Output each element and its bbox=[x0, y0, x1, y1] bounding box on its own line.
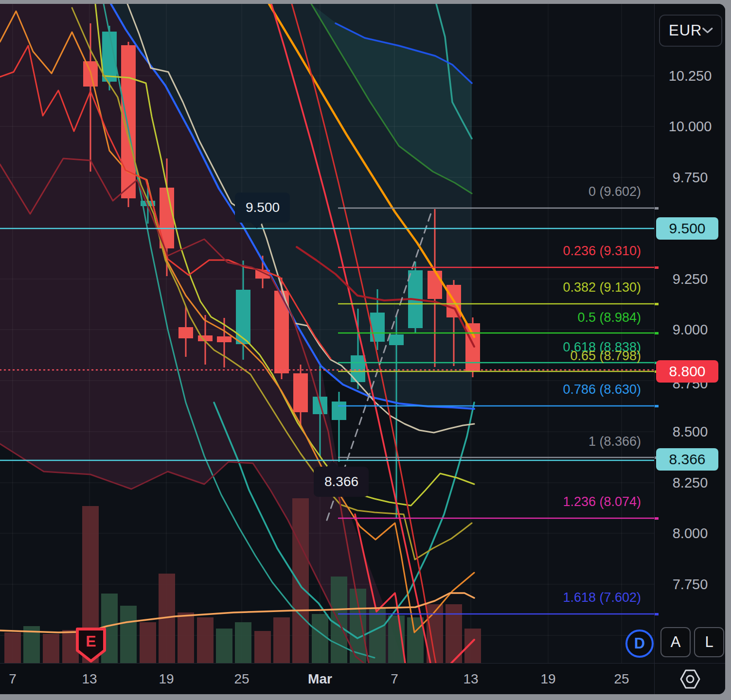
auto-scale-button[interactable]: A bbox=[660, 627, 691, 657]
candle-body bbox=[332, 402, 346, 420]
fib-axis-tick bbox=[655, 405, 659, 407]
volume-bar bbox=[120, 606, 137, 663]
log-scale-button[interactable]: L bbox=[694, 627, 724, 657]
earnings-badge[interactable]: E bbox=[73, 625, 109, 666]
earnings-letter: E bbox=[86, 632, 96, 650]
auto-scale-label: A bbox=[671, 633, 681, 651]
time-axis-label: 25 bbox=[614, 671, 629, 687]
currency-label: EUR bbox=[669, 22, 702, 39]
candle-body bbox=[178, 327, 193, 338]
time-axis-label: 19 bbox=[540, 671, 555, 687]
interval-button[interactable]: D bbox=[625, 630, 654, 658]
fib-level-label: 0.5 (8.984) bbox=[577, 310, 641, 325]
price-axis-label: 8.500 bbox=[655, 424, 725, 440]
volume-bar bbox=[140, 622, 156, 663]
volume-bar bbox=[331, 577, 347, 663]
time-axis-label: 13 bbox=[463, 671, 478, 687]
candle-body bbox=[428, 271, 442, 299]
time-axis-label: 7 bbox=[9, 671, 17, 687]
price-label-tooltip-9500: 9.500 bbox=[235, 192, 290, 223]
fib-axis-tick bbox=[655, 517, 659, 520]
volume-bar bbox=[254, 631, 271, 663]
fib-level-label: 0.236 (9.310) bbox=[563, 244, 641, 258]
fib-axis-tick bbox=[655, 303, 659, 305]
price-axis-badge: 8.366 bbox=[656, 448, 718, 471]
candle-body bbox=[465, 323, 480, 371]
currency-selector-button[interactable]: EUR bbox=[659, 15, 722, 47]
fib-axis-tick bbox=[655, 266, 659, 269]
price-axis-label: 9.250 bbox=[655, 271, 725, 287]
interval-label: D bbox=[634, 635, 645, 652]
volume-bar bbox=[235, 622, 251, 663]
time-axis-label: 19 bbox=[159, 671, 174, 687]
time-axis-label: 13 bbox=[82, 671, 97, 687]
tooltip-text: 9.500 bbox=[246, 200, 280, 215]
volume-bar bbox=[292, 498, 309, 663]
price-axis[interactable]: EUR A L 10.25010.0009.7509.2509.0008.750… bbox=[654, 4, 725, 663]
volume-bar bbox=[4, 632, 21, 663]
window-frame: 0 (9.602)0.236 (9.310)0.382 (9.130)0.5 (… bbox=[0, 0, 731, 700]
price-axis-label: 7.750 bbox=[655, 577, 725, 593]
price-axis-label: 10.000 bbox=[655, 119, 725, 135]
price-axis-badge: 8.800 bbox=[656, 360, 718, 383]
candle-body bbox=[293, 373, 308, 412]
time-axis-label: 25 bbox=[234, 671, 249, 687]
axis-corner bbox=[654, 663, 725, 694]
price-chart[interactable]: 0 (9.602)0.236 (9.310)0.382 (9.130)0.5 (… bbox=[0, 4, 654, 663]
candle-body bbox=[389, 334, 404, 345]
volume-bar bbox=[43, 634, 59, 663]
price-axis-label: 10.250 bbox=[655, 68, 725, 84]
time-axis-label: Mar bbox=[308, 671, 332, 687]
fib-level-label: 0.65 (8.798) bbox=[570, 349, 641, 363]
chevron-down-icon bbox=[702, 27, 713, 35]
fib-axis-tick bbox=[655, 332, 659, 334]
fib-axis-tick bbox=[655, 613, 659, 615]
volume-bar bbox=[197, 617, 214, 663]
candle-body bbox=[121, 45, 136, 198]
fib-axis-tick bbox=[655, 207, 659, 210]
volume-bar bbox=[178, 612, 194, 663]
fib-level-label: 1.618 (7.602) bbox=[563, 590, 641, 605]
tooltip-text: 8.366 bbox=[324, 474, 358, 490]
volume-bar bbox=[216, 629, 232, 663]
price-axis-label: 8.000 bbox=[655, 525, 725, 542]
candle-body bbox=[370, 313, 385, 342]
volume-bar bbox=[273, 617, 290, 663]
price-axis-label: 9.750 bbox=[655, 170, 725, 186]
price-label-tooltip-8366: 8.366 bbox=[314, 467, 369, 497]
hexagon-settings-icon[interactable] bbox=[678, 668, 702, 690]
time-axis-label: 7 bbox=[391, 671, 398, 687]
time-axis[interactable]: 7131925Mar7131925 bbox=[0, 663, 654, 694]
fib-level-label: 0.382 (9.130) bbox=[563, 280, 641, 295]
volume-bar bbox=[407, 617, 424, 663]
volume-bar bbox=[312, 614, 328, 663]
candle-body bbox=[236, 290, 250, 344]
candle-body bbox=[217, 336, 232, 342]
fib-level-label: 1 (8.366) bbox=[588, 434, 641, 449]
price-axis-badge: 9.500 bbox=[656, 217, 718, 240]
fib-level-label: 0.786 (8.630) bbox=[563, 382, 641, 397]
price-axis-label: 8.250 bbox=[655, 475, 725, 491]
log-scale-label: L bbox=[705, 633, 713, 651]
fib-level-label: 0 (9.602) bbox=[588, 184, 641, 199]
chart-window: 0 (9.602)0.236 (9.310)0.382 (9.130)0.5 (… bbox=[0, 4, 725, 694]
fib-level-label: 1.236 (8.074) bbox=[563, 494, 641, 509]
volume-bar bbox=[369, 609, 386, 663]
price-axis-label: 9.000 bbox=[655, 322, 725, 338]
